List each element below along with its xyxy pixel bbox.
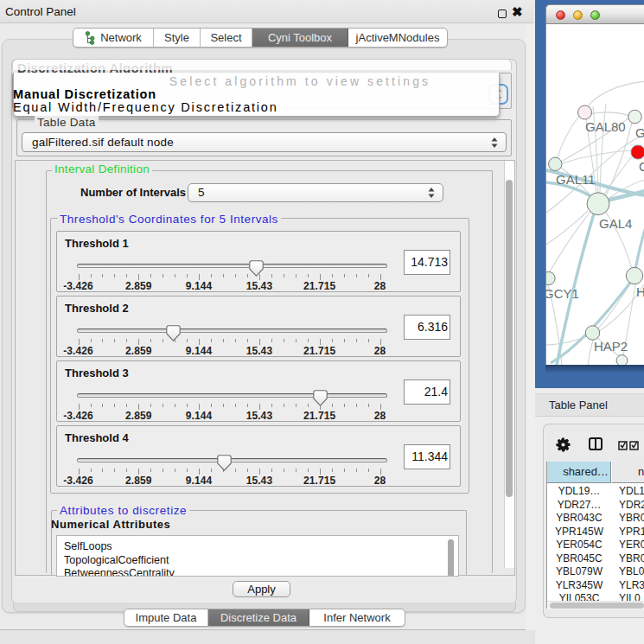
svg-text:G: G [635, 125, 644, 140]
svg-text:GCY1: GCY1 [546, 286, 579, 301]
svg-text:GAL11: GAL11 [556, 172, 596, 187]
svg-text:C: C [639, 159, 644, 174]
svg-text:GAL4: GAL4 [599, 216, 632, 231]
svg-text:H: H [636, 284, 644, 299]
svg-text:HAP2: HAP2 [594, 339, 628, 354]
svg-text:GAL80: GAL80 [585, 119, 626, 134]
